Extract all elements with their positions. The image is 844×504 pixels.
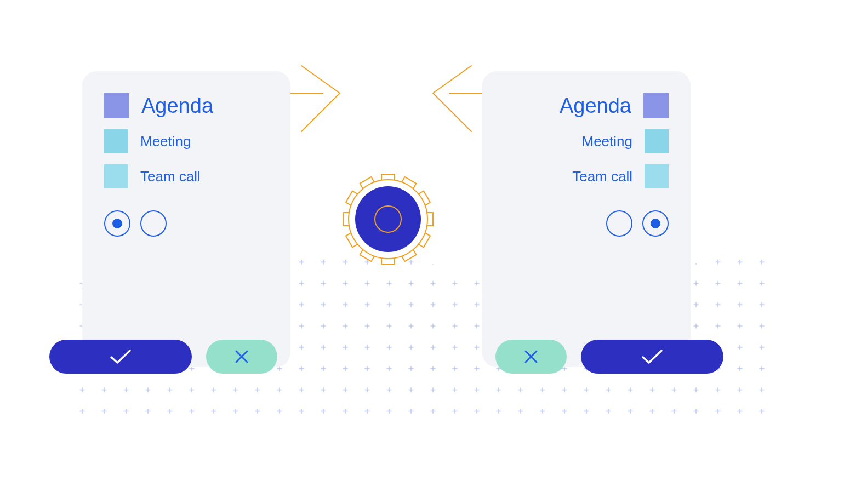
right-card-item-row: Team call (504, 164, 669, 188)
square-bullet-icon (104, 129, 128, 153)
square-bullet-icon (104, 93, 129, 118)
radio-option-1[interactable] (642, 210, 669, 237)
right-card-item-label: Meeting (582, 133, 633, 150)
right-card-title-row: Agenda (504, 93, 669, 118)
radio-option-2[interactable] (606, 210, 632, 237)
left-card-title-row: Agenda (104, 93, 269, 118)
left-card-item-row: Meeting (104, 129, 269, 153)
gear-icon (339, 170, 437, 268)
left-card-actions (49, 340, 277, 374)
radio-option-1[interactable] (104, 210, 130, 237)
cancel-button[interactable] (206, 340, 277, 374)
confirm-button[interactable] (49, 340, 192, 374)
left-card-radio-group (104, 210, 269, 237)
check-icon (640, 347, 665, 366)
close-icon (233, 348, 250, 365)
right-card: Agenda Meeting Team call (482, 71, 691, 367)
right-card-radio-group (504, 210, 669, 237)
radio-option-2[interactable] (140, 210, 167, 237)
right-card-title: Agenda (560, 94, 631, 118)
left-card-item-label: Meeting (140, 133, 191, 150)
square-bullet-icon (645, 129, 669, 153)
svg-point-2 (355, 186, 421, 252)
square-bullet-icon (104, 164, 128, 188)
left-card-item-label: Team call (140, 168, 201, 185)
left-card-item-row: Team call (104, 164, 269, 188)
square-bullet-icon (645, 164, 669, 188)
left-card-title: Agenda (141, 94, 213, 118)
right-card-item-row: Meeting (504, 129, 669, 153)
check-icon (108, 347, 133, 366)
left-card: Agenda Meeting Team call (82, 71, 290, 367)
diagram-stage: Agenda Meeting Team call (0, 0, 844, 504)
right-card-actions (495, 340, 723, 374)
cancel-button[interactable] (495, 340, 567, 374)
close-icon (523, 348, 539, 365)
right-card-item-label: Team call (572, 168, 632, 185)
square-bullet-icon (643, 93, 669, 118)
confirm-button[interactable] (581, 340, 723, 374)
